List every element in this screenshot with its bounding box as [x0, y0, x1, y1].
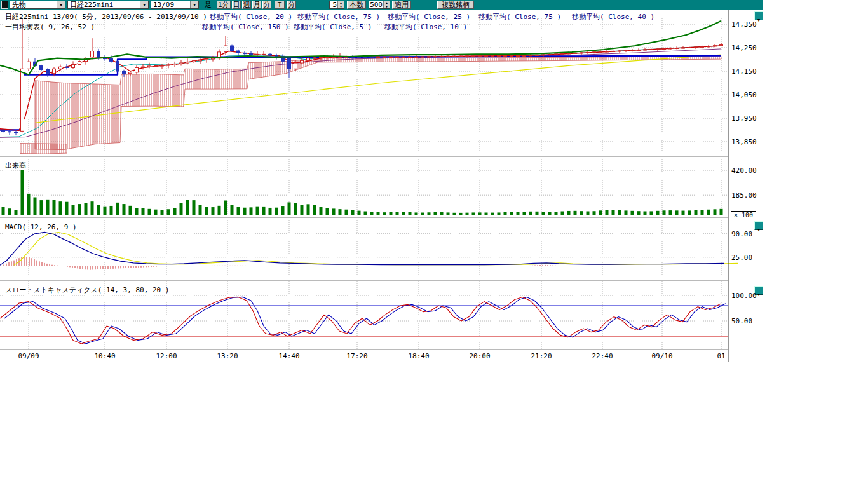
period-button-day[interactable]: 日 — [232, 1, 241, 9]
y-axis-label: 90.00 — [731, 230, 752, 238]
spinner-control[interactable]: ▲▼ — [337, 1, 344, 8]
bar-count-button[interactable]: 本数 — [347, 1, 366, 9]
y-axis-label: 14,350 — [731, 20, 757, 29]
period-button-month[interactable]: 月 — [252, 1, 261, 9]
chevron-down-icon: ▼ — [190, 1, 198, 8]
x-axis-label: 01 — [706, 352, 736, 360]
y-axis-label: 50.00 — [731, 317, 752, 325]
x-axis-label: 13:20 — [212, 352, 243, 360]
x-axis-label: 21:20 — [526, 352, 557, 360]
stoch-panel-label: スロー・ストキャスティクス( 14, 3, 80, 20 ) — [5, 285, 169, 295]
trading-app-window: 先物 ▼ 日経225mini ▼ 13/09 ▼ 足 1分 日 週 月 分 T … — [0, 0, 868, 488]
x-axis-label: 18:40 — [403, 352, 434, 360]
instrument-category-select[interactable]: 先物 ▼ — [10, 1, 65, 9]
legend-ma40: 移動平均( Close, 40 ) — [572, 12, 654, 22]
y-axis-label: 14,250 — [731, 44, 757, 52]
x-axis-label: 09/09 — [13, 352, 44, 360]
x-axis-label: 20:00 — [465, 352, 495, 360]
volume-multiplier-badge: × 100 — [731, 211, 756, 220]
y-axis-label: 185.00 — [731, 191, 757, 200]
tick-button[interactable]: T — [275, 1, 285, 9]
macd-axis-scale-button[interactable]: ▼ — [754, 221, 763, 230]
triangle-down-icon: ▼ — [757, 227, 760, 233]
chevron-down-icon: ▼ — [57, 1, 65, 8]
legend-ma75b: 移動平均( Close, 75 ) — [478, 12, 561, 22]
x-axis-label: 10:40 — [90, 352, 120, 360]
x-axis-label: 22:40 — [587, 352, 618, 360]
legend-chart-title: 日経225mini 13/09( 5分, 2013/09/06 - 2013/0… — [5, 12, 207, 22]
y-axis-label: 14,150 — [731, 67, 757, 76]
legend-ma5: 移動平均( Close, 5 ) — [294, 22, 372, 32]
minute-count-value: 5 — [330, 1, 337, 8]
chevron-down-icon: ▼ — [140, 1, 148, 8]
x-axis-label: 12:00 — [151, 352, 182, 360]
y-axis-label: 25.00 — [731, 254, 752, 262]
volume-panel-label: 出来高 — [5, 161, 26, 170]
y-axis-label: 13,950 — [731, 114, 757, 123]
triangle-down-icon: ▼ — [757, 18, 760, 23]
y-axis-label: 100.00 — [731, 292, 757, 300]
y-axis-label: 14,050 — [731, 91, 757, 99]
period-button-week[interactable]: 週 — [242, 1, 251, 9]
legend-ma75: 移動平均( Close, 75 ) — [297, 12, 380, 22]
apply-button[interactable]: 適用 — [392, 1, 411, 9]
y-axis-label: 420.00 — [731, 166, 757, 175]
macd-panel-label: MACD( 12, 26, 9 ) — [5, 223, 77, 231]
legend-ma20: 移動平均( Close, 20 ) — [210, 12, 292, 22]
period-button-1min[interactable]: 1分 — [217, 1, 231, 9]
contract-month-select[interactable]: 13/09 ▼ — [151, 1, 199, 9]
instrument-category-value: 先物 — [10, 1, 57, 8]
legend-ichimoku: 一目均衡表( 9, 26, 52 ) — [5, 22, 95, 32]
spinner-down-icon[interactable]: ▼ — [338, 5, 344, 9]
multi-symbol-button[interactable]: 複数銘柄 — [437, 1, 474, 9]
minute-count-input[interactable]: 5 ▲▼ — [329, 1, 344, 9]
spinner-control[interactable]: ▲▼ — [383, 1, 390, 8]
chart-area: 日経225mini 13/09( 5分, 2013/09/06 - 2013/0… — [0, 10, 763, 363]
triangle-down-icon: ▼ — [757, 292, 760, 297]
price-axis-scale-button[interactable]: ▼ — [754, 11, 763, 20]
bar-count-value: 500 — [369, 1, 383, 8]
y-axis-label: 13,850 — [731, 138, 757, 146]
toolbar: 先物 ▼ 日経225mini ▼ 13/09 ▼ 足 1分 日 週 月 分 T … — [0, 0, 763, 10]
spinner-down-icon[interactable]: ▼ — [384, 5, 390, 9]
legend-ma10: 移動平均( Close, 10 ) — [384, 22, 467, 32]
x-axis-label: 09/10 — [647, 352, 677, 360]
chart-canvas[interactable] — [0, 10, 763, 363]
symbol-value: 日経225mini — [68, 1, 140, 8]
x-axis-label: 17:20 — [342, 352, 372, 360]
period-button-minute[interactable]: 分 — [262, 1, 271, 9]
minute-mode-button[interactable]: 分 — [287, 1, 296, 9]
legend-ma25: 移動平均( Close, 25 ) — [388, 12, 470, 22]
x-axis-label: 14:40 — [274, 352, 304, 360]
app-icon — [1, 1, 8, 9]
bar-count-input[interactable]: 500 ▲▼ — [369, 1, 390, 9]
contract-month-value: 13/09 — [151, 1, 190, 8]
symbol-select[interactable]: 日経225mini ▼ — [67, 1, 149, 9]
legend-ma150: 移動平均( Close, 150 ) — [202, 22, 289, 32]
timeframe-label: 足 — [205, 1, 212, 9]
